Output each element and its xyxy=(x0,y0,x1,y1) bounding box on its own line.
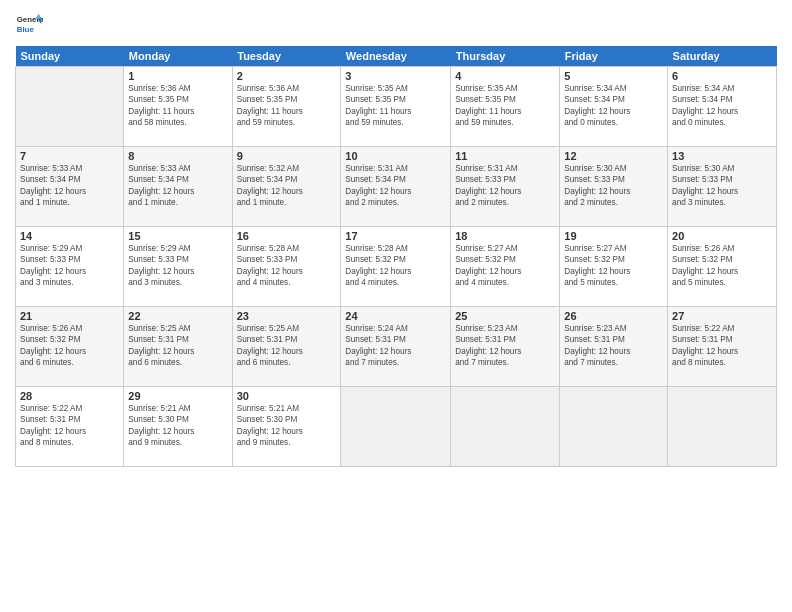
day-cell xyxy=(341,387,451,467)
day-number: 25 xyxy=(455,310,555,322)
day-cell: 14Sunrise: 5:29 AM Sunset: 5:33 PM Dayli… xyxy=(16,227,124,307)
day-number: 11 xyxy=(455,150,555,162)
day-info: Sunrise: 5:33 AM Sunset: 5:34 PM Dayligh… xyxy=(20,163,119,209)
day-info: Sunrise: 5:22 AM Sunset: 5:31 PM Dayligh… xyxy=(672,323,772,369)
calendar-table: SundayMondayTuesdayWednesdayThursdayFrid… xyxy=(15,46,777,467)
day-info: Sunrise: 5:23 AM Sunset: 5:31 PM Dayligh… xyxy=(564,323,663,369)
day-info: Sunrise: 5:21 AM Sunset: 5:30 PM Dayligh… xyxy=(237,403,337,449)
day-cell: 20Sunrise: 5:26 AM Sunset: 5:32 PM Dayli… xyxy=(668,227,777,307)
day-number: 17 xyxy=(345,230,446,242)
day-info: Sunrise: 5:34 AM Sunset: 5:34 PM Dayligh… xyxy=(672,83,772,129)
day-number: 23 xyxy=(237,310,337,322)
day-number: 5 xyxy=(564,70,663,82)
day-info: Sunrise: 5:22 AM Sunset: 5:31 PM Dayligh… xyxy=(20,403,119,449)
day-cell: 1Sunrise: 5:36 AM Sunset: 5:35 PM Daylig… xyxy=(124,67,232,147)
day-number: 16 xyxy=(237,230,337,242)
day-cell: 27Sunrise: 5:22 AM Sunset: 5:31 PM Dayli… xyxy=(668,307,777,387)
day-cell: 24Sunrise: 5:24 AM Sunset: 5:31 PM Dayli… xyxy=(341,307,451,387)
day-info: Sunrise: 5:21 AM Sunset: 5:30 PM Dayligh… xyxy=(128,403,227,449)
day-number: 12 xyxy=(564,150,663,162)
day-cell: 28Sunrise: 5:22 AM Sunset: 5:31 PM Dayli… xyxy=(16,387,124,467)
col-header-wednesday: Wednesday xyxy=(341,46,451,67)
day-info: Sunrise: 5:31 AM Sunset: 5:34 PM Dayligh… xyxy=(345,163,446,209)
day-cell xyxy=(451,387,560,467)
day-cell: 18Sunrise: 5:27 AM Sunset: 5:32 PM Dayli… xyxy=(451,227,560,307)
day-cell: 30Sunrise: 5:21 AM Sunset: 5:30 PM Dayli… xyxy=(232,387,341,467)
day-info: Sunrise: 5:29 AM Sunset: 5:33 PM Dayligh… xyxy=(20,243,119,289)
day-cell: 15Sunrise: 5:29 AM Sunset: 5:33 PM Dayli… xyxy=(124,227,232,307)
day-number: 22 xyxy=(128,310,227,322)
day-number: 20 xyxy=(672,230,772,242)
day-info: Sunrise: 5:23 AM Sunset: 5:31 PM Dayligh… xyxy=(455,323,555,369)
day-number: 27 xyxy=(672,310,772,322)
day-cell: 3Sunrise: 5:35 AM Sunset: 5:35 PM Daylig… xyxy=(341,67,451,147)
day-info: Sunrise: 5:33 AM Sunset: 5:34 PM Dayligh… xyxy=(128,163,227,209)
svg-text:Blue: Blue xyxy=(17,25,35,34)
day-number: 26 xyxy=(564,310,663,322)
day-cell: 8Sunrise: 5:33 AM Sunset: 5:34 PM Daylig… xyxy=(124,147,232,227)
calendar-page: General Blue SundayMondayTuesdayWednesda… xyxy=(0,0,792,612)
day-cell: 9Sunrise: 5:32 AM Sunset: 5:34 PM Daylig… xyxy=(232,147,341,227)
day-info: Sunrise: 5:25 AM Sunset: 5:31 PM Dayligh… xyxy=(237,323,337,369)
col-header-sunday: Sunday xyxy=(16,46,124,67)
day-cell: 4Sunrise: 5:35 AM Sunset: 5:35 PM Daylig… xyxy=(451,67,560,147)
day-number: 2 xyxy=(237,70,337,82)
day-info: Sunrise: 5:30 AM Sunset: 5:33 PM Dayligh… xyxy=(672,163,772,209)
day-info: Sunrise: 5:24 AM Sunset: 5:31 PM Dayligh… xyxy=(345,323,446,369)
day-number: 24 xyxy=(345,310,446,322)
day-number: 13 xyxy=(672,150,772,162)
logo: General Blue xyxy=(15,10,43,38)
day-info: Sunrise: 5:35 AM Sunset: 5:35 PM Dayligh… xyxy=(455,83,555,129)
day-cell xyxy=(560,387,668,467)
day-info: Sunrise: 5:27 AM Sunset: 5:32 PM Dayligh… xyxy=(455,243,555,289)
day-info: Sunrise: 5:29 AM Sunset: 5:33 PM Dayligh… xyxy=(128,243,227,289)
day-cell: 13Sunrise: 5:30 AM Sunset: 5:33 PM Dayli… xyxy=(668,147,777,227)
header: General Blue xyxy=(15,10,777,38)
week-row-1: 1Sunrise: 5:36 AM Sunset: 5:35 PM Daylig… xyxy=(16,67,777,147)
day-number: 14 xyxy=(20,230,119,242)
day-cell: 22Sunrise: 5:25 AM Sunset: 5:31 PM Dayli… xyxy=(124,307,232,387)
header-row: SundayMondayTuesdayWednesdayThursdayFrid… xyxy=(16,46,777,67)
day-cell: 7Sunrise: 5:33 AM Sunset: 5:34 PM Daylig… xyxy=(16,147,124,227)
day-cell: 23Sunrise: 5:25 AM Sunset: 5:31 PM Dayli… xyxy=(232,307,341,387)
day-number: 6 xyxy=(672,70,772,82)
day-number: 30 xyxy=(237,390,337,402)
day-cell: 29Sunrise: 5:21 AM Sunset: 5:30 PM Dayli… xyxy=(124,387,232,467)
day-number: 18 xyxy=(455,230,555,242)
day-number: 3 xyxy=(345,70,446,82)
day-cell: 5Sunrise: 5:34 AM Sunset: 5:34 PM Daylig… xyxy=(560,67,668,147)
day-number: 28 xyxy=(20,390,119,402)
day-cell: 21Sunrise: 5:26 AM Sunset: 5:32 PM Dayli… xyxy=(16,307,124,387)
day-cell: 12Sunrise: 5:30 AM Sunset: 5:33 PM Dayli… xyxy=(560,147,668,227)
day-cell: 16Sunrise: 5:28 AM Sunset: 5:33 PM Dayli… xyxy=(232,227,341,307)
day-info: Sunrise: 5:28 AM Sunset: 5:32 PM Dayligh… xyxy=(345,243,446,289)
col-header-tuesday: Tuesday xyxy=(232,46,341,67)
day-cell: 2Sunrise: 5:36 AM Sunset: 5:35 PM Daylig… xyxy=(232,67,341,147)
day-number: 1 xyxy=(128,70,227,82)
day-info: Sunrise: 5:34 AM Sunset: 5:34 PM Dayligh… xyxy=(564,83,663,129)
day-cell: 25Sunrise: 5:23 AM Sunset: 5:31 PM Dayli… xyxy=(451,307,560,387)
day-number: 9 xyxy=(237,150,337,162)
day-number: 7 xyxy=(20,150,119,162)
day-cell: 11Sunrise: 5:31 AM Sunset: 5:33 PM Dayli… xyxy=(451,147,560,227)
day-number: 15 xyxy=(128,230,227,242)
day-info: Sunrise: 5:35 AM Sunset: 5:35 PM Dayligh… xyxy=(345,83,446,129)
day-cell xyxy=(668,387,777,467)
day-info: Sunrise: 5:32 AM Sunset: 5:34 PM Dayligh… xyxy=(237,163,337,209)
day-cell: 10Sunrise: 5:31 AM Sunset: 5:34 PM Dayli… xyxy=(341,147,451,227)
day-cell: 19Sunrise: 5:27 AM Sunset: 5:32 PM Dayli… xyxy=(560,227,668,307)
day-info: Sunrise: 5:30 AM Sunset: 5:33 PM Dayligh… xyxy=(564,163,663,209)
week-row-3: 14Sunrise: 5:29 AM Sunset: 5:33 PM Dayli… xyxy=(16,227,777,307)
day-cell xyxy=(16,67,124,147)
day-number: 19 xyxy=(564,230,663,242)
col-header-saturday: Saturday xyxy=(668,46,777,67)
day-number: 21 xyxy=(20,310,119,322)
day-number: 8 xyxy=(128,150,227,162)
day-cell: 6Sunrise: 5:34 AM Sunset: 5:34 PM Daylig… xyxy=(668,67,777,147)
day-info: Sunrise: 5:36 AM Sunset: 5:35 PM Dayligh… xyxy=(237,83,337,129)
day-info: Sunrise: 5:26 AM Sunset: 5:32 PM Dayligh… xyxy=(20,323,119,369)
day-cell: 26Sunrise: 5:23 AM Sunset: 5:31 PM Dayli… xyxy=(560,307,668,387)
col-header-thursday: Thursday xyxy=(451,46,560,67)
day-number: 4 xyxy=(455,70,555,82)
day-info: Sunrise: 5:28 AM Sunset: 5:33 PM Dayligh… xyxy=(237,243,337,289)
